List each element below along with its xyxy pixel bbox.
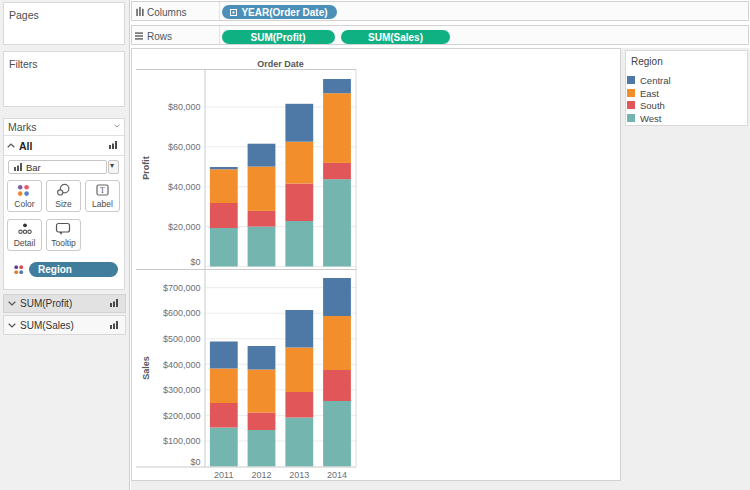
svg-text:2014: 2014 <box>327 470 347 480</box>
svg-text:Profit: Profit <box>141 156 151 180</box>
svg-text:$500,000: $500,000 <box>163 334 201 344</box>
svg-text:2011: 2011 <box>214 470 233 480</box>
svg-text:$400,000: $400,000 <box>163 360 201 370</box>
svg-text:$300,000: $300,000 <box>163 385 201 395</box>
svg-text:$100,000: $100,000 <box>163 436 201 446</box>
svg-text:Order Date: Order Date <box>257 59 304 69</box>
svg-text:2013: 2013 <box>289 470 309 480</box>
svg-text:$700,000: $700,000 <box>163 283 201 293</box>
svg-text:$80,000: $80,000 <box>168 102 201 112</box>
svg-text:$0: $0 <box>190 257 200 267</box>
svg-text:$60,000: $60,000 <box>168 142 201 152</box>
svg-text:$20,000: $20,000 <box>168 222 201 232</box>
svg-text:$200,000: $200,000 <box>163 411 201 421</box>
svg-text:$600,000: $600,000 <box>163 308 201 318</box>
svg-text:Sales: Sales <box>141 356 151 380</box>
svg-text:$0: $0 <box>190 457 200 467</box>
svg-text:$40,000: $40,000 <box>168 182 201 192</box>
svg-text:2012: 2012 <box>251 470 271 480</box>
